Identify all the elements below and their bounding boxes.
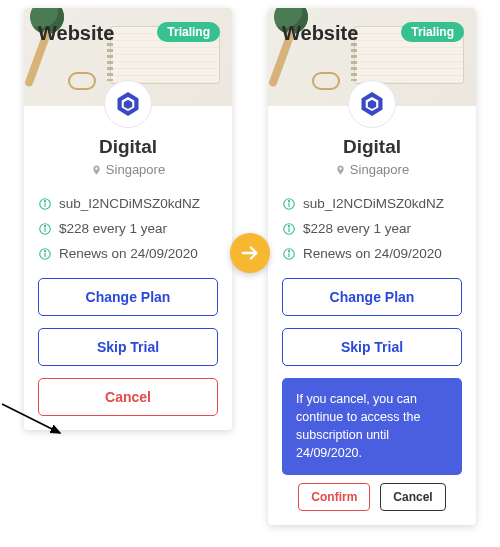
svg-point-20 <box>288 225 289 226</box>
location-text: Singapore <box>350 162 409 177</box>
card-title: Website <box>38 22 114 45</box>
info-icon <box>282 247 296 261</box>
info-row-sub-id: sub_I2NCDiMSZ0kdNZ <box>282 191 462 216</box>
info-row-price: $228 every 1 year <box>38 216 218 241</box>
svg-point-8 <box>44 225 45 226</box>
plan-avatar <box>104 80 152 128</box>
price-text: $228 every 1 year <box>303 221 411 236</box>
info-row-renew: Renews on 24/09/2020 <box>38 241 218 266</box>
hexagon-icon <box>114 90 142 118</box>
info-icon <box>38 197 52 211</box>
info-icon <box>282 197 296 211</box>
skip-trial-button[interactable]: Skip Trial <box>38 328 218 366</box>
cancel-confirm-message: If you cancel, you can continue to acces… <box>282 378 462 475</box>
change-plan-button[interactable]: Change Plan <box>282 278 462 316</box>
renew-text: Renews on 24/09/2020 <box>303 246 442 261</box>
info-icon <box>38 247 52 261</box>
renew-text: Renews on 24/09/2020 <box>59 246 198 261</box>
transition-arrow-icon <box>230 233 270 273</box>
svg-point-11 <box>44 250 45 251</box>
change-plan-button[interactable]: Change Plan <box>38 278 218 316</box>
plan-avatar <box>348 80 396 128</box>
location-text: Singapore <box>106 162 165 177</box>
card-title: Website <box>282 22 358 45</box>
location-row: Singapore <box>282 162 462 177</box>
skip-trial-button[interactable]: Skip Trial <box>282 328 462 366</box>
pin-icon <box>91 163 102 177</box>
info-icon <box>38 222 52 236</box>
svg-point-17 <box>288 200 289 201</box>
plan-name: Digital <box>38 136 218 158</box>
info-row-sub-id: sub_I2NCDiMSZ0kdNZ <box>38 191 218 216</box>
confirm-cancel-button[interactable]: Confirm <box>298 483 370 511</box>
status-badge: Trialing <box>157 22 220 42</box>
subscription-card-after: Website Trialing Digital Singapore <box>268 8 476 525</box>
svg-point-23 <box>288 250 289 251</box>
sub-id-text: sub_I2NCDiMSZ0kdNZ <box>303 196 444 211</box>
price-text: $228 every 1 year <box>59 221 167 236</box>
subscription-card-before: Website Trialing Digital Singapore <box>24 8 232 430</box>
info-row-renew: Renews on 24/09/2020 <box>282 241 462 266</box>
plan-name: Digital <box>282 136 462 158</box>
location-row: Singapore <box>38 162 218 177</box>
pin-icon <box>335 163 346 177</box>
info-icon <box>282 222 296 236</box>
cancel-button[interactable]: Cancel <box>38 378 218 416</box>
info-row-price: $228 every 1 year <box>282 216 462 241</box>
sub-id-text: sub_I2NCDiMSZ0kdNZ <box>59 196 200 211</box>
status-badge: Trialing <box>401 22 464 42</box>
hexagon-icon <box>358 90 386 118</box>
dismiss-cancel-button[interactable]: Cancel <box>380 483 445 511</box>
svg-point-5 <box>44 200 45 201</box>
